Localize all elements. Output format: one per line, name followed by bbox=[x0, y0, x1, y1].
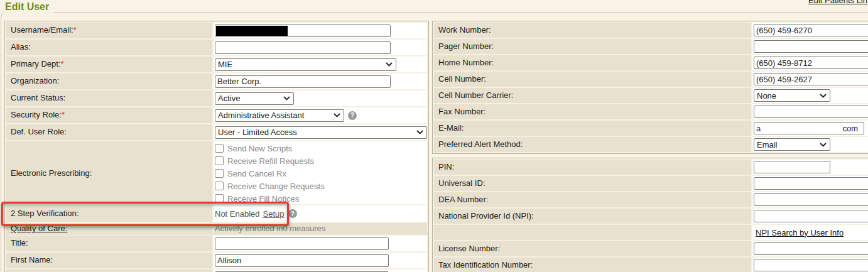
universal-id-label: Universal ID: bbox=[434, 176, 751, 191]
form-row-quality-of-care: Quality of Care: Actively enrolled in0 m… bbox=[6, 223, 427, 233]
title-label: Title: bbox=[6, 236, 212, 251]
primary-dept-label: Primary Dept:* bbox=[6, 57, 212, 72]
security-role-label: Security Role:* bbox=[6, 107, 212, 123]
form-row-first-name: First Name: bbox=[6, 253, 427, 268]
preferred-alert-selected: Email bbox=[757, 140, 778, 150]
tax-id-label: Tax Identification Number: bbox=[434, 258, 751, 272]
receive-refill-requests-checkbox[interactable] bbox=[215, 156, 224, 165]
form-row-npi-search: NPI Search by User Info bbox=[434, 225, 868, 240]
primary-dept-select[interactable]: MIE bbox=[215, 58, 396, 71]
preferred-alert-select[interactable]: Email bbox=[754, 138, 830, 151]
email-visible-end: com bbox=[842, 124, 862, 133]
form-row-tax-id: Tax Identification Number: bbox=[434, 258, 868, 272]
help-icon[interactable]: ? bbox=[288, 209, 297, 218]
two-step-setup-link[interactable]: Setup bbox=[263, 209, 285, 219]
form-row-work-number: Work Number: bbox=[434, 23, 868, 38]
required-asterisk: * bbox=[60, 59, 63, 68]
checkbox-row: Receive Change Requests bbox=[215, 180, 426, 192]
form-row-pin: PIN: bbox=[434, 160, 868, 175]
universal-id-input[interactable] bbox=[754, 177, 868, 190]
form-row-license-number: License Number: bbox=[434, 241, 868, 256]
email-label: E-Mail: bbox=[434, 121, 751, 136]
alias-input[interactable] bbox=[215, 41, 391, 54]
chevron-down-icon bbox=[416, 130, 423, 134]
form-row-pager-number: Pager Number: bbox=[434, 39, 868, 54]
first-name-label: First Name: bbox=[6, 253, 212, 268]
checkbox-label: Receive Fill Notices bbox=[227, 194, 299, 204]
form-row-organization: Organization: bbox=[6, 73, 427, 89]
form-row-dea-number: DEA Number: bbox=[434, 192, 868, 207]
chevron-down-icon bbox=[283, 96, 290, 101]
fax-number-label: Fax Number: bbox=[434, 104, 751, 119]
checkbox-row: Receive Refill Requests bbox=[215, 155, 426, 167]
fax-number-input[interactable] bbox=[754, 106, 868, 118]
current-status-selected: Active bbox=[218, 94, 240, 103]
def-user-role-selected: User - Limited Access bbox=[218, 128, 297, 137]
def-user-role-select[interactable]: User - Limited Access bbox=[215, 126, 427, 139]
tax-id-input[interactable] bbox=[754, 259, 868, 271]
work-number-input[interactable] bbox=[754, 24, 868, 36]
form-row-electronic-prescribing: Electronic Prescribing: Send New Scripts… bbox=[6, 141, 427, 204]
npi-input[interactable] bbox=[754, 210, 868, 222]
send-cancel-rx-checkbox[interactable] bbox=[215, 169, 224, 178]
user-name-table: Title: First Name: bbox=[4, 234, 429, 272]
send-new-scripts-checkbox[interactable] bbox=[215, 144, 224, 153]
cell-carrier-select[interactable]: None bbox=[754, 89, 830, 102]
pager-number-input[interactable] bbox=[754, 40, 868, 53]
chevron-down-icon bbox=[820, 94, 827, 98]
security-role-select[interactable]: Administrative Assistant bbox=[215, 109, 344, 122]
checkbox-label: Receive Change Requests bbox=[227, 182, 325, 191]
two-step-label: 2 Step Verification: bbox=[6, 205, 212, 222]
license-number-input[interactable] bbox=[754, 242, 868, 255]
user-account-table: Username/Email:* Alias: Primary Dept:* M… bbox=[4, 21, 429, 235]
required-asterisk: * bbox=[62, 110, 65, 119]
checkbox-row: Receive Fill Notices bbox=[215, 192, 426, 205]
email-input[interactable]: a com bbox=[754, 122, 864, 134]
pin-input[interactable] bbox=[754, 161, 830, 173]
receive-fill-notices-checkbox[interactable] bbox=[215, 194, 224, 203]
edit-patients-link[interactable]: Edit Patients Lin bbox=[808, 0, 867, 5]
chevron-down-icon bbox=[334, 113, 340, 117]
receive-change-requests-checkbox[interactable] bbox=[215, 182, 224, 190]
page-title: Edit User bbox=[4, 1, 54, 13]
form-row-username: Username/Email:* bbox=[6, 23, 427, 38]
home-number-input[interactable] bbox=[754, 57, 868, 69]
organization-label: Organization: bbox=[6, 73, 212, 89]
title-input[interactable] bbox=[215, 237, 389, 250]
electronic-prescribing-label: Electronic Prescribing: bbox=[6, 141, 212, 204]
dea-number-input[interactable] bbox=[754, 193, 868, 206]
checkbox-label: Send New Scripts bbox=[227, 144, 292, 153]
checkbox-label: Receive Refill Requests bbox=[227, 156, 314, 166]
email-visible-start: a bbox=[756, 124, 761, 133]
provider-ids-table: PIN: Universal ID: DEA Number: National … bbox=[432, 158, 868, 272]
quality-of-care-link-label[interactable]: Quality of Care: bbox=[6, 223, 212, 233]
current-status-select[interactable]: Active bbox=[215, 92, 294, 105]
quality-of-care-value: Actively enrolled in0 measures bbox=[214, 223, 427, 233]
cell-number-label: Cell Number: bbox=[434, 72, 751, 87]
username-input[interactable] bbox=[215, 24, 391, 37]
npi-search-link[interactable]: NPI Search by User Info bbox=[756, 228, 844, 237]
pin-label: PIN: bbox=[434, 160, 751, 175]
form-row-cell-number: Cell Number: bbox=[434, 72, 868, 87]
form-row-universal-id: Universal ID: bbox=[434, 176, 868, 191]
form-row-title: Title: bbox=[6, 236, 427, 251]
cell-carrier-selected: None bbox=[757, 91, 776, 101]
username-label: Username/Email:* bbox=[6, 23, 212, 38]
contact-info-table: Work Number: Pager Number: Home Number: … bbox=[432, 21, 868, 154]
cell-number-input[interactable] bbox=[754, 73, 868, 85]
cutoff-row-label bbox=[6, 269, 212, 272]
chevron-down-icon bbox=[386, 62, 393, 67]
form-row-email: E-Mail: a com bbox=[434, 121, 868, 136]
primary-dept-selected: MIE bbox=[218, 60, 232, 69]
form-row-cutoff bbox=[6, 269, 427, 272]
form-row-fax-number: Fax Number: bbox=[434, 104, 868, 119]
home-number-label: Home Number: bbox=[434, 55, 751, 70]
first-name-input[interactable] bbox=[215, 254, 389, 267]
help-icon[interactable]: ? bbox=[348, 111, 357, 120]
npi-label: National Provider Id (NPI): bbox=[434, 209, 751, 224]
organization-input[interactable] bbox=[215, 75, 391, 88]
form-row-cell-carrier: Cell Number Carrier: None bbox=[434, 88, 868, 103]
form-row-primary-dept: Primary Dept:* MIE bbox=[6, 57, 427, 72]
preferred-alert-label: Preferred Alert Method: bbox=[434, 137, 751, 152]
form-row-current-status: Current Status: Active bbox=[6, 90, 427, 106]
